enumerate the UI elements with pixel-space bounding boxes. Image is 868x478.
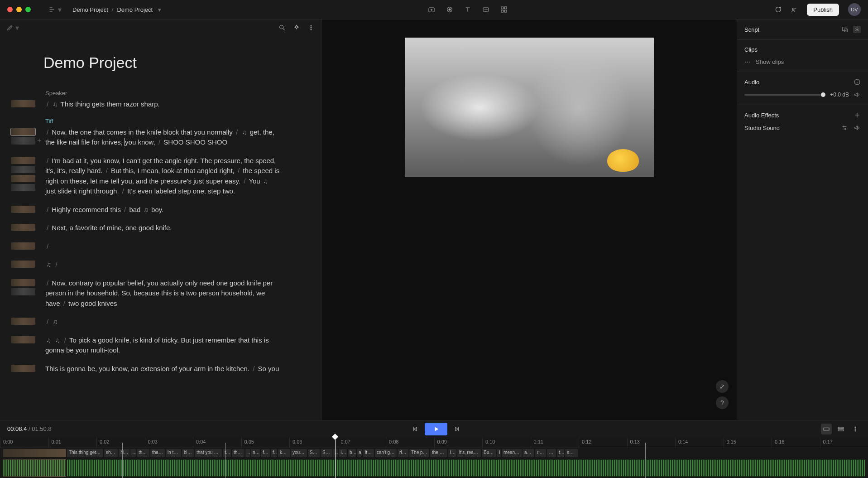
segment-text[interactable]: / I'm bad at it, you know, I can't get t… [45,156,281,197]
ruler-tick[interactable]: 0:12 [579,437,627,448]
timeline-clip[interactable]: nail [251,449,260,457]
search-icon[interactable] [278,24,286,31]
segment-text[interactable]: / Now, contrary to popular belief, you a… [45,278,281,309]
timeline-clip[interactable]: file [261,449,270,457]
transcript-body[interactable]: Demo Project Speaker/ ♫ This thing gets … [0,36,321,420]
selection-marker[interactable] [645,443,646,478]
audio-thumb[interactable] [3,459,66,477]
speaker-icon[interactable] [854,91,861,98]
volume-slider[interactable] [744,94,825,96]
skip-back-icon[interactable] [411,425,418,433]
info-icon[interactable] [854,78,861,86]
publish-button[interactable]: Publish [807,4,839,16]
maximize-window-icon[interactable] [25,7,31,12]
timeline-clip[interactable]: the speed, [430,449,447,457]
captions-icon[interactable] [482,6,489,13]
ruler-tick[interactable]: 0:15 [724,437,772,448]
ruler-tick[interactable]: 0:08 [386,437,434,448]
segment-text[interactable]: This is gonna be, you know, an extension… [45,364,279,374]
play-button[interactable] [425,423,447,435]
timeline-clip[interactable]: it's, really hard. [457,449,481,457]
segment-text[interactable]: / ♫ This thing gets them razor sharp. [45,99,160,110]
timeline-clip[interactable]: the one [137,449,149,457]
timeline-clip[interactable]: … [333,449,338,457]
timeline-clip[interactable]: in the knife [166,449,181,457]
ruler-tick[interactable]: 0:00 [0,437,48,448]
clip-thumbnail[interactable] [11,288,35,295]
timeline-clip[interactable]: it, you [363,449,374,457]
ruler-tick[interactable]: 0:02 [96,437,145,448]
timeline-clip[interactable]: knives, [278,449,290,457]
more-icon[interactable] [307,24,315,31]
clip-thumbnail[interactable] [11,206,35,213]
timeline-clip[interactable]: But this, [482,449,496,457]
clip-thumbnail[interactable] [11,166,35,173]
text-icon[interactable] [464,6,471,13]
transcript-segment[interactable]: +/ Now, the one that comes in the knife … [45,127,294,148]
timeline-clip[interactable]: that comes [150,449,165,457]
ruler-tick[interactable]: 0:09 [434,437,483,448]
transcript-segment[interactable]: / [45,241,294,252]
ruler-tick[interactable]: 0:16 [772,437,820,448]
pen-icon[interactable] [6,24,14,31]
share-icon[interactable] [791,6,798,13]
clip-thumbnail[interactable] [11,318,35,325]
close-window-icon[interactable] [7,7,13,12]
show-clips-button[interactable]: ⋯ Show clips [744,58,861,65]
selection-marker[interactable] [122,443,123,478]
transcript-segment[interactable]: This is gonna be, you know, an extension… [45,364,294,374]
transcript-segment[interactable]: / Now, contrary to popular belief, you a… [45,278,294,309]
timeline-clip[interactable]: I'm [339,449,347,457]
segment-text[interactable]: / [45,241,50,252]
audio-track[interactable] [0,458,868,478]
selection-marker[interactable] [225,443,226,478]
ruler-tick[interactable]: 0:10 [482,437,531,448]
timeline-clip[interactable]: SHOO [321,449,332,457]
segment-text[interactable]: / ♫ [45,317,59,327]
timeline-clip[interactable]: at [357,449,362,457]
ruler-tick[interactable]: 0:06 [289,437,338,448]
segment-text[interactable]: / Highly recommend this / bad ♫ boy. [45,205,163,215]
transcript-segment[interactable]: / Next, a favorite of mine, one good kni… [45,223,294,233]
timeline-clip[interactable]: … [547,449,556,457]
add-effect-icon[interactable] [854,111,861,119]
timeline-clip[interactable]: angled [523,449,534,457]
timeline-clip[interactable]: sharp. [104,449,118,457]
speaker-label[interactable]: Speaker [45,90,294,97]
timeline-clip[interactable]: that you normally [195,449,222,457]
timeline-clip[interactable]: you know [291,449,307,457]
ruler-tick[interactable]: 0:17 [820,437,868,448]
clip-thumbnail[interactable] [11,100,35,107]
breadcrumb[interactable]: Demo Project / Demo Project ▾ [72,6,161,13]
minimize-window-icon[interactable] [16,7,22,12]
timeline-view1-icon[interactable] [821,424,832,435]
effect-settings-icon[interactable] [841,124,848,131]
timeline-clip[interactable]: I [497,449,501,457]
expand-icon[interactable]: ⤢ [716,380,729,393]
timeline-clip[interactable]: right. [398,449,408,457]
timeline-clip[interactable]: This thing gets them [67,449,103,457]
ruler-tick[interactable]: 0:05 [241,437,290,448]
clip-thumbnail[interactable] [11,224,35,231]
avatar[interactable]: DV [848,3,861,16]
timeline-clip[interactable]: the [557,449,564,457]
transcript-segment[interactable]: ♫ / [45,260,294,270]
templates-icon[interactable] [500,6,508,13]
timeline-clip[interactable]: speed [565,449,578,457]
video-preview[interactable] [405,38,654,177]
ruler-tick[interactable]: 0:07 [338,437,386,448]
ruler-tick[interactable]: 0:04 [193,437,241,448]
clip-thumbnail[interactable] [11,242,35,250]
clip-thumbnail[interactable] [11,336,35,343]
record-icon[interactable] [446,6,453,13]
timeline-clip[interactable]: right, [535,449,546,457]
timeline-clip[interactable]: the, [223,449,231,457]
skip-forward-icon[interactable] [454,425,461,433]
ruler-tick[interactable]: 0:14 [675,437,724,448]
timeline-view2-icon[interactable] [835,424,846,435]
timeline-clip[interactable]: the like [232,449,245,457]
comment-icon[interactable] [774,6,782,13]
menu-icon[interactable]: ▾ [49,5,62,14]
clip-thumb[interactable] [3,449,66,457]
add-clip-icon[interactable]: + [37,136,41,145]
